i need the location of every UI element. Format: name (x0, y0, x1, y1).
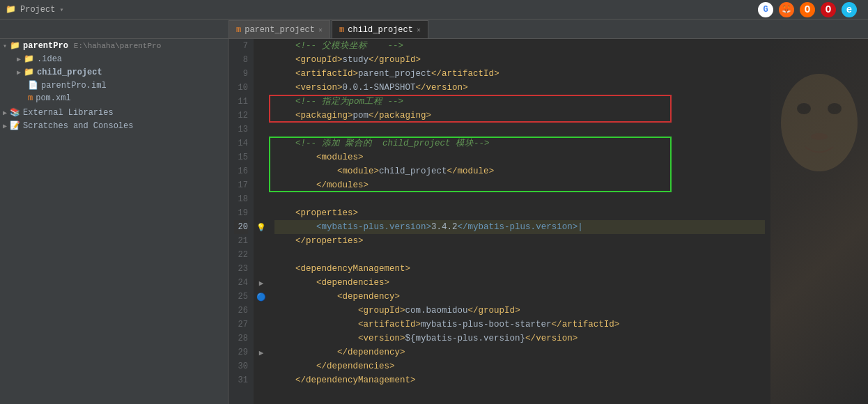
code-line-22[interactable] (274, 248, 765, 262)
code-line-9[interactable]: <artifactId>parent_project</artifactId> (274, 67, 765, 81)
code-line-14[interactable]: <!-- 添加 聚合的 child_project 模块--> (274, 137, 765, 150)
line-number-24: 24 (234, 276, 248, 290)
gutter-line-30 (254, 359, 269, 373)
code-area[interactable]: <!-- 父模块坐标 --> <groupId>study</groupId> … (269, 39, 770, 404)
line-number-26: 26 (234, 304, 248, 318)
sidebar-item-idea[interactable]: ▶ 📁 .idea (0, 52, 228, 65)
code-line-27[interactable]: <artifactId>mybatis-plus-boot-starter</a… (274, 318, 765, 332)
project-folder-icon: 📁 (6, 4, 16, 15)
gutter-line-25: 🔵 (254, 290, 269, 304)
fold-arrow-icon-29[interactable]: ▶ (259, 348, 264, 357)
gutter-line-21 (254, 234, 269, 248)
gutter-line-29: ▶ (254, 345, 269, 359)
child-arrow-icon: ▶ (17, 68, 21, 77)
code-line-21[interactable]: </properties> (274, 234, 765, 248)
google-icon[interactable]: G (758, 2, 773, 17)
sidebar-item-pom[interactable]: m pom.xml (0, 92, 228, 104)
tab-child-m-icon: m (339, 25, 344, 35)
parentpro-label: parentPro (23, 41, 68, 51)
code-line-30[interactable]: </dependencies> (274, 359, 765, 373)
tab-parent-close[interactable]: ✕ (318, 26, 323, 34)
toolbar-icons: G 🦊 O O e (758, 2, 862, 17)
tab-bar: m parent_project ✕ m child_project ✕ (0, 20, 868, 39)
sidebar-item-child-project[interactable]: ▶ 📁 child_project (0, 65, 228, 79)
project-label: Project (20, 5, 55, 15)
pom-m-icon: m (28, 93, 33, 103)
sidebar-item-parentpro-iml[interactable]: 📄 parentPro.iml (0, 79, 228, 92)
scratches-icon: 📝 (10, 121, 20, 131)
project-chevron-icon[interactable]: ▾ (59, 6, 63, 14)
gutter-line-7 (254, 39, 269, 53)
code-line-20[interactable]: <mybatis-plus.version>3.4.2</mybatis-plu… (274, 220, 765, 234)
line-number-12: 12 (234, 109, 248, 123)
circle-icon[interactable]: 🔵 (256, 293, 266, 302)
code-line-7[interactable]: <!-- 父模块坐标 --> (274, 39, 765, 53)
line-number-15: 15 (234, 150, 248, 164)
tab-m-icon: m (236, 25, 241, 35)
line-number-13: 13 (234, 123, 248, 137)
line-number-17: 17 (234, 178, 248, 192)
idea-label: .idea (37, 54, 62, 64)
gutter-line-14 (254, 137, 269, 150)
external-libs-label: External Libraries (23, 108, 114, 118)
project-title: 📁 Project ▾ (6, 4, 63, 15)
child-project-label: child_project (37, 68, 102, 77)
bulb-icon[interactable]: 💡 (256, 223, 266, 232)
code-line-28[interactable]: <version>${mybatis-plus.version}</versio… (274, 332, 765, 345)
code-line-11[interactable]: <!-- 指定为pom工程 --> (274, 95, 765, 109)
code-line-19[interactable]: <properties> (274, 206, 765, 220)
expand-arrow-icon: ▾ (3, 42, 7, 50)
tab-child-close[interactable]: ✕ (417, 26, 421, 34)
opera-orange-icon[interactable]: O (800, 2, 815, 17)
code-line-25[interactable]: <dependency> (274, 290, 765, 304)
sidebar-item-scratches[interactable]: ▶ 📝 Scratches and Consoles (0, 119, 228, 132)
right-panel (770, 39, 868, 404)
line-number-11: 11 (234, 95, 248, 109)
line-number-28: 28 (234, 332, 248, 345)
line-number-19: 19 (234, 206, 248, 220)
line-number-31: 31 (234, 373, 248, 387)
sidebar-item-external-libs[interactable]: ▶ 📚 External Libraries (0, 106, 228, 119)
code-line-23[interactable]: <dependencyManagement> (274, 262, 765, 276)
gutter-line-11 (254, 95, 269, 109)
gutter-line-23 (254, 262, 269, 276)
code-line-26[interactable]: <groupId>com.baomidou</groupId> (274, 304, 765, 318)
ie-icon[interactable]: e (842, 2, 857, 17)
gutter-line-16 (254, 164, 269, 178)
line-number-21: 21 (234, 234, 248, 248)
line-number-8: 8 (234, 53, 248, 67)
sidebar: ▾ 📁 parentPro E:\hahaha\parentPro ▶ 📁 .i… (0, 39, 228, 404)
iml-icon: 📄 (28, 80, 38, 91)
code-line-31[interactable]: </dependencyManagement> (274, 373, 765, 387)
gutter-line-17 (254, 178, 269, 192)
tab-parent-project[interactable]: m parent_project ✕ (228, 20, 330, 38)
code-line-17[interactable]: </modules> (274, 178, 765, 192)
editor-content[interactable]: 7891011121314151617181920212223242526272… (228, 39, 868, 404)
code-line-29[interactable]: </dependency> (274, 345, 765, 359)
line-number-22: 22 (234, 248, 248, 262)
firefox-icon[interactable]: 🦊 (779, 2, 794, 17)
gutter-line-22 (254, 248, 269, 262)
fold-arrow-icon[interactable]: ▶ (259, 279, 264, 288)
pom-label: pom.xml (36, 93, 70, 103)
gutter-line-19 (254, 206, 269, 220)
code-line-13[interactable] (274, 123, 765, 137)
code-line-12[interactable]: <packaging>pom</packaging> (274, 109, 765, 123)
gutter-line-15 (254, 150, 269, 164)
code-line-8[interactable]: <groupId>study</groupId> (274, 53, 765, 67)
code-line-24[interactable]: <dependencies> (274, 276, 765, 290)
gutter-line-13 (254, 123, 269, 137)
line-number-18: 18 (234, 192, 248, 206)
code-line-18[interactable] (274, 192, 765, 206)
gutter-line-18 (254, 192, 269, 206)
svg-point-1 (797, 103, 811, 114)
child-folder-icon: 📁 (24, 67, 34, 77)
line-number-7: 7 (234, 39, 248, 53)
code-line-16[interactable]: <module>child_project</module> (274, 164, 765, 178)
sidebar-item-parentpro[interactable]: ▾ 📁 parentPro E:\hahaha\parentPro (0, 39, 228, 52)
line-number-9: 9 (234, 67, 248, 81)
code-line-15[interactable]: <modules> (274, 150, 765, 164)
tab-child-project[interactable]: m child_project ✕ (332, 20, 428, 38)
code-line-10[interactable]: <version>0.0.1-SNAPSHOT</version> (274, 81, 765, 95)
opera-red-icon[interactable]: O (821, 2, 836, 17)
